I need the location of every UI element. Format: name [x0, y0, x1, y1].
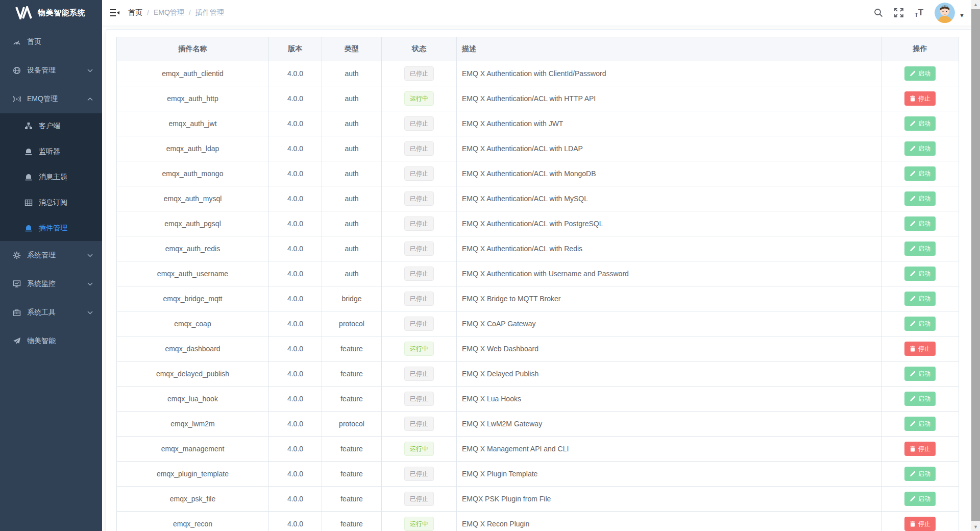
- plugin-desc-cell: EMQ X Bridge to MQTT Broker: [457, 286, 881, 311]
- plugin-type-cell: auth: [322, 61, 382, 86]
- paper-plane-icon: [13, 337, 21, 345]
- start-plugin-button[interactable]: 启动: [904, 216, 936, 231]
- vertical-scrollbar[interactable]: ▲ ▼: [971, 0, 980, 531]
- status-badge: 已停止: [404, 392, 434, 406]
- chevron-down-icon: [87, 254, 93, 257]
- page-content: 插件名称 版本 类型 状态 描述 操作 emqx_auth_clientid4.…: [102, 26, 980, 531]
- start-plugin-button[interactable]: 启动: [904, 467, 936, 481]
- edit-icon: [910, 471, 916, 477]
- status-badge: 已停止: [404, 417, 434, 431]
- search-icon[interactable]: [874, 8, 883, 17]
- start-plugin-button[interactable]: 启动: [904, 267, 936, 281]
- plugin-status-cell: 已停止: [382, 311, 457, 336]
- status-badge: 已停止: [404, 66, 434, 81]
- sidebar-item-wumei[interactable]: 物美智能: [0, 327, 102, 355]
- plugin-status-cell: 已停止: [382, 186, 457, 211]
- plugin-version-cell: 4.0.0: [269, 86, 322, 111]
- status-badge: 运行中: [404, 91, 434, 106]
- plugin-version-cell: 4.0.0: [269, 261, 322, 286]
- scrollbar-thumb[interactable]: [971, 9, 980, 521]
- start-plugin-button[interactable]: 启动: [904, 492, 936, 506]
- stop-plugin-button[interactable]: 停止: [904, 517, 936, 531]
- stop-plugin-button[interactable]: 停止: [904, 342, 936, 356]
- sidebar-item-listener[interactable]: 监听器: [0, 139, 102, 164]
- status-badge: 已停止: [404, 216, 434, 231]
- start-plugin-button[interactable]: 启动: [904, 417, 936, 431]
- gear-icon: [13, 251, 21, 259]
- status-badge: 已停止: [404, 242, 434, 256]
- edit-icon: [910, 221, 916, 227]
- start-plugin-button[interactable]: 启动: [904, 317, 936, 331]
- plugin-desc-cell: EMQX PSK Plugin from File: [457, 487, 881, 512]
- toolbox-icon: [13, 308, 21, 317]
- caret-down-icon[interactable]: ▼: [959, 12, 965, 18]
- plugin-action-cell: 启动: [881, 236, 959, 261]
- start-plugin-button[interactable]: 启动: [904, 116, 936, 131]
- plugin-desc-cell: EMQ X Authentication with JWT: [457, 111, 881, 136]
- sidebar-menu: 首页 设备管理 EMQ管理: [0, 28, 102, 355]
- sidebar-item-device[interactable]: 设备管理: [0, 56, 102, 85]
- plugin-type-cell: feature: [322, 512, 382, 531]
- plugin-action-cell: 启动: [881, 462, 959, 487]
- start-plugin-button[interactable]: 启动: [904, 392, 936, 406]
- scrollbar-down-button[interactable]: ▼: [971, 522, 980, 531]
- sidebar-item-client[interactable]: 客户端: [0, 113, 102, 139]
- table-row: emqx_delayed_publish4.0.0feature已停止EMQ X…: [117, 361, 959, 387]
- plugin-type-cell: protocol: [322, 311, 382, 336]
- plugin-desc-cell: EMQ X Plugin Template: [457, 462, 881, 487]
- edit-icon: [910, 246, 916, 252]
- plugin-action-cell: 启动: [881, 211, 959, 236]
- column-header-desc: 描述: [457, 37, 881, 61]
- start-plugin-button[interactable]: 启动: [904, 367, 936, 381]
- table-row: emqx_management4.0.0feature运行中EMQ X Mana…: [117, 437, 959, 462]
- plugin-version-cell: 4.0.0: [269, 211, 322, 236]
- plugin-status-cell: 运行中: [382, 86, 457, 111]
- plugin-desc-cell: EMQ X Lua Hooks: [457, 387, 881, 412]
- plugin-type-cell: auth: [322, 211, 382, 236]
- sidebar-item-plugin[interactable]: 插件管理: [0, 215, 102, 241]
- sidebar-item-system[interactable]: 系统管理: [0, 241, 102, 270]
- plugin-type-cell: bridge: [322, 286, 382, 311]
- table-row: emqx_coap4.0.0protocol已停止EMQ X CoAP Gate…: [117, 311, 959, 336]
- user-menu[interactable]: ▼: [935, 3, 965, 23]
- fullscreen-icon[interactable]: [894, 8, 903, 17]
- sidebar-item-topic[interactable]: 消息主题: [0, 164, 102, 190]
- plugin-status-cell: 运行中: [382, 437, 457, 462]
- start-plugin-button[interactable]: 启动: [904, 141, 936, 156]
- start-plugin-button[interactable]: 启动: [904, 292, 936, 306]
- plugin-name-cell: emqx_delayed_publish: [117, 361, 269, 387]
- sidebar-item-tools[interactable]: 系统工具: [0, 298, 102, 327]
- scrollbar-up-button[interactable]: ▲: [971, 0, 980, 9]
- sidebar-item-monitor[interactable]: 系统监控: [0, 270, 102, 298]
- plugin-name-cell: emqx_recon: [117, 512, 269, 531]
- start-plugin-button[interactable]: 启动: [904, 191, 936, 206]
- plugin-type-cell: auth: [322, 86, 382, 111]
- table-row: emqx_recon4.0.0feature运行中EMQ X Recon Plu…: [117, 512, 959, 531]
- edit-icon: [910, 146, 916, 152]
- plugin-status-cell: 已停止: [382, 236, 457, 261]
- status-badge: 已停止: [404, 492, 434, 506]
- table-row: emqx_plugin_template4.0.0feature已停止EMQ X…: [117, 462, 959, 487]
- sidebar-item-subscribe[interactable]: 消息订阅: [0, 190, 102, 215]
- avatar[interactable]: [935, 3, 955, 23]
- table-row: emqx_auth_mongo4.0.0auth已停止EMQ X Authent…: [117, 161, 959, 186]
- plugin-type-cell: auth: [322, 111, 382, 136]
- start-plugin-button[interactable]: 启动: [904, 166, 936, 181]
- plugin-name-cell: emqx_auth_pgsql: [117, 211, 269, 236]
- start-plugin-button[interactable]: 启动: [904, 242, 936, 256]
- plugin-desc-cell: EMQ X Authentication/ACL with PostgreSQL: [457, 211, 881, 236]
- start-plugin-button[interactable]: 启动: [904, 66, 936, 81]
- plugin-desc-cell: EMQ X Authentication/ACL with Redis: [457, 236, 881, 261]
- plugin-type-cell: feature: [322, 361, 382, 387]
- stop-plugin-button[interactable]: 停止: [904, 91, 936, 106]
- stop-plugin-button[interactable]: 停止: [904, 442, 936, 456]
- breadcrumb-home[interactable]: 首页: [128, 8, 142, 17]
- table-row: emqx_auth_pgsql4.0.0auth已停止EMQ X Authent…: [117, 211, 959, 236]
- sidebar-item-emq[interactable]: EMQ管理: [0, 85, 102, 113]
- font-size-icon[interactable]: TT: [915, 8, 923, 18]
- plugin-name-cell: emqx_coap: [117, 311, 269, 336]
- sidebar-collapse-icon[interactable]: [110, 8, 120, 18]
- sidebar-item-home[interactable]: 首页: [0, 28, 102, 56]
- plugin-name-cell: emqx_auth_jwt: [117, 111, 269, 136]
- edit-icon: [910, 321, 916, 327]
